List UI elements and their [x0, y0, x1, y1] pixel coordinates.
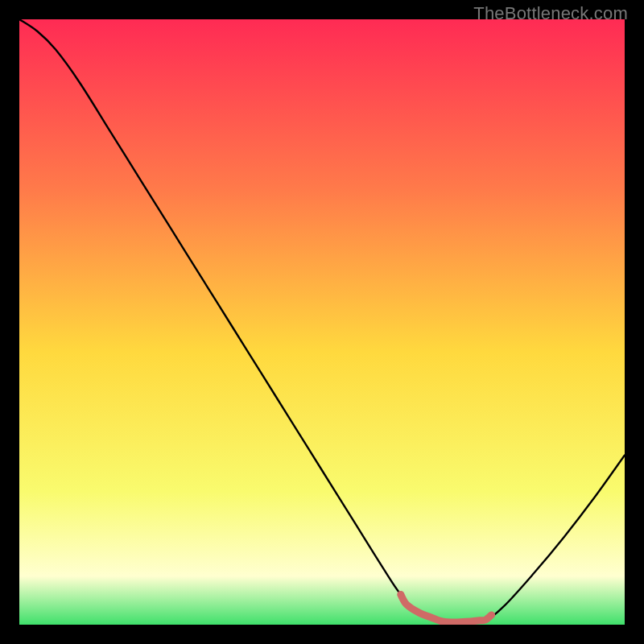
bottleneck-chart: [19, 19, 625, 625]
chart-stage: TheBottleneck.com: [0, 0, 644, 644]
gradient-background: [19, 19, 625, 625]
